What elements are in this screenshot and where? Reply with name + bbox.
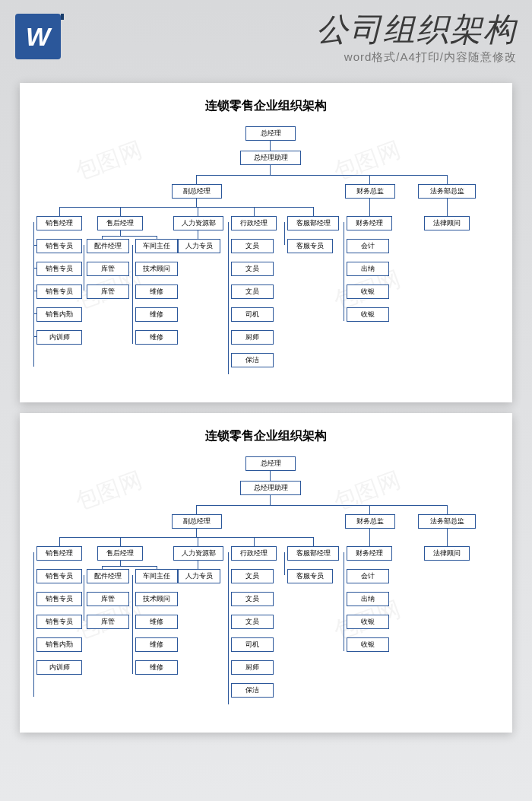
- node-repair: 维修: [135, 330, 178, 345]
- node-law-dir: 法务部总监: [418, 184, 476, 199]
- connector: [196, 198, 197, 207]
- node-clerk: 文员: [231, 284, 274, 299]
- word-icon: W: [15, 14, 61, 59]
- node-accountant: 会计: [347, 569, 389, 583]
- connector: [196, 175, 447, 176]
- node-clerk: 文员: [231, 569, 274, 583]
- node-tech-adv: 技术顾问: [135, 262, 178, 276]
- node-tech-adv: 技术顾问: [135, 592, 178, 606]
- connector: [120, 537, 121, 546]
- node-admin-mgr: 行政经理: [231, 216, 277, 230]
- connector: [344, 222, 344, 321]
- page-header: W 公司组织架构 word格式/A4打印/内容随意修改: [0, 0, 532, 72]
- node-warehouse: 库管: [87, 592, 129, 606]
- node-after-mgr: 售后经理: [97, 546, 143, 561]
- connector: [228, 222, 229, 374]
- node-till: 收银: [347, 307, 389, 322]
- node-sales-spec: 销售专员: [36, 592, 82, 606]
- connector: [270, 494, 271, 505]
- node-clean: 保洁: [231, 353, 274, 367]
- connector: [344, 552, 344, 651]
- node-gm: 总经理: [245, 456, 296, 471]
- connector: [33, 245, 36, 246]
- node-parts-mgr: 配件经理: [87, 569, 129, 583]
- connector: [313, 537, 314, 546]
- node-workshop: 车间主任: [135, 569, 178, 583]
- doc-title: 连锁零售企业组织架构: [29, 428, 503, 444]
- connector: [120, 230, 121, 236]
- node-till: 收银: [347, 637, 389, 652]
- node-gm-assist: 总经理助理: [240, 481, 301, 495]
- node-fin-dir: 财务总监: [345, 514, 395, 529]
- connector: [284, 222, 285, 245]
- connector: [270, 164, 271, 175]
- connector: [120, 560, 121, 566]
- node-service-mgr: 客服部经理: [287, 546, 339, 561]
- node-repair: 维修: [135, 615, 178, 629]
- node-till: 收银: [347, 284, 389, 299]
- connector: [284, 552, 285, 575]
- node-hr-spec: 人力专员: [178, 239, 220, 253]
- node-gm: 总经理: [245, 126, 296, 141]
- connector: [33, 268, 36, 269]
- connector: [198, 207, 198, 216]
- connector: [196, 528, 197, 537]
- connector: [447, 505, 448, 514]
- watermark: 包图网: [73, 138, 145, 183]
- node-clerk: 文员: [231, 592, 274, 606]
- connector: [33, 336, 36, 337]
- title-block: 公司组织架构 word格式/A4打印/内容随意修改: [71, 14, 517, 65]
- node-law-adv: 法律顾问: [424, 546, 470, 561]
- node-sales-spec: 销售专员: [36, 262, 82, 276]
- connector: [196, 505, 447, 506]
- node-vice-gm: 副总经理: [172, 514, 222, 529]
- preview-page-1: 连锁零售企业组织架构 包图网 包图网 包图网 包图网 总经理 总经理助理 副总经…: [20, 83, 512, 402]
- node-fin-dir: 财务总监: [345, 184, 395, 199]
- node-sales-spec: 销售专员: [36, 569, 82, 583]
- node-trainer: 内训师: [36, 330, 82, 345]
- connector: [33, 291, 36, 291]
- connector: [120, 207, 121, 216]
- node-sales-intern: 销售内勤: [36, 307, 82, 322]
- connector: [254, 207, 255, 216]
- connector: [254, 537, 255, 546]
- node-parts-mgr: 配件经理: [87, 239, 129, 253]
- node-cashier: 出纳: [347, 592, 389, 606]
- node-cashier: 出纳: [347, 262, 389, 276]
- node-service-mgr: 客服部经理: [287, 216, 339, 230]
- node-till: 收银: [347, 615, 389, 629]
- connector: [84, 245, 84, 291]
- node-sales-spec: 销售专员: [36, 615, 82, 629]
- node-sales-mgr: 销售经理: [36, 216, 82, 230]
- node-driver: 司机: [231, 307, 274, 322]
- connector: [33, 222, 34, 367]
- node-warehouse: 库管: [87, 284, 129, 299]
- doc-title: 连锁零售企业组织架构: [29, 98, 503, 114]
- node-vice-gm: 副总经理: [172, 184, 222, 199]
- node-admin-mgr: 行政经理: [231, 546, 277, 561]
- connector: [196, 505, 197, 514]
- connector: [198, 537, 198, 546]
- node-gm-assist: 总经理助理: [240, 151, 301, 165]
- node-hr-spec: 人力专员: [178, 569, 220, 583]
- preview-page-2: 连锁零售企业组织架构 包图网 包图网 包图网 包图网 总经理 总经理助理 副总经…: [20, 413, 512, 733]
- node-sales-intern: 销售内勤: [36, 637, 82, 652]
- node-law-adv: 法律顾问: [424, 216, 470, 230]
- node-sales-spec: 销售专员: [36, 239, 82, 253]
- connector: [313, 207, 314, 216]
- node-workshop: 车间主任: [135, 239, 178, 253]
- org-chart: 包图网 包图网 包图网 包图网 总经理 总经理助理 副总经理 财务总监 法务部总…: [29, 456, 503, 730]
- connector: [196, 175, 197, 184]
- connector: [59, 537, 60, 546]
- node-clerk: 文员: [231, 262, 274, 276]
- connector: [102, 236, 157, 237]
- connector: [270, 470, 271, 481]
- node-repair: 维修: [135, 637, 178, 652]
- node-accountant: 会计: [347, 239, 389, 253]
- connector: [447, 528, 448, 546]
- node-law-dir: 法务部总监: [418, 514, 476, 529]
- node-after-mgr: 售后经理: [97, 216, 143, 230]
- connector: [447, 198, 448, 216]
- connector: [447, 175, 448, 184]
- watermark: 包图网: [331, 469, 404, 513]
